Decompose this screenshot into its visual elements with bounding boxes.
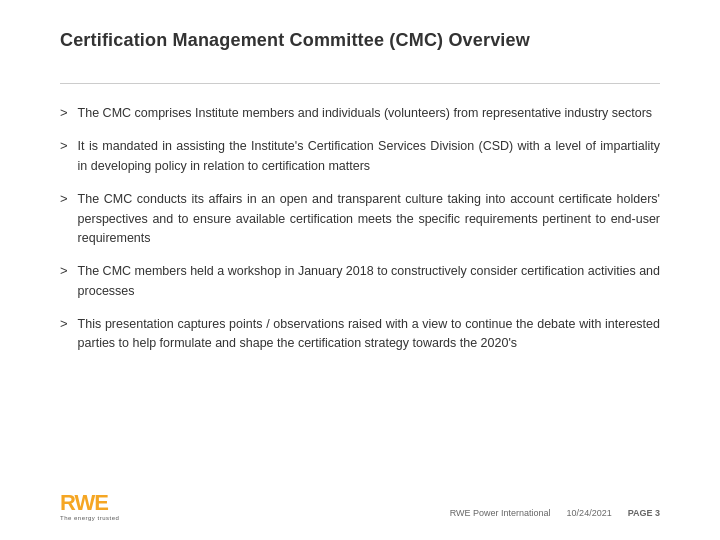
rwe-logo-text: RWE — [60, 492, 108, 514]
footer-company: RWE Power International — [450, 508, 551, 518]
title-section: Certification Management Committee (CMC)… — [60, 30, 660, 61]
bullet-arrow-1: > — [60, 105, 68, 120]
bullet-item-2: > It is mandated in assisting the Instit… — [60, 137, 660, 176]
bullet-item-3: > The CMC conducts its affairs in an ope… — [60, 190, 660, 248]
footer-right: RWE Power International 10/24/2021 PAGE … — [450, 508, 660, 518]
bullet-arrow-3: > — [60, 191, 68, 206]
rwe-logo-subtitle: The energy trusted — [60, 514, 119, 522]
bullet-text-5: This presentation captures points / obse… — [78, 315, 660, 354]
content-section: > The CMC comprises Institute members an… — [60, 104, 660, 520]
title-divider — [60, 83, 660, 84]
bullet-text-4: The CMC members held a workshop in Janua… — [78, 262, 660, 301]
bullet-arrow-5: > — [60, 316, 68, 331]
page-title: Certification Management Committee (CMC)… — [60, 30, 660, 51]
bullet-text-2: It is mandated in assisting the Institut… — [78, 137, 660, 176]
footer-page: PAGE 3 — [628, 508, 660, 518]
rwe-logo: RWE The energy trusted — [60, 492, 119, 522]
bullet-item-4: > The CMC members held a workshop in Jan… — [60, 262, 660, 301]
bullet-text-3: The CMC conducts its affairs in an open … — [78, 190, 660, 248]
footer-logo-section: RWE The energy trusted — [60, 492, 119, 522]
footer-date: 10/24/2021 — [567, 508, 612, 518]
bullet-arrow-4: > — [60, 263, 68, 278]
bullet-item-1: > The CMC comprises Institute members an… — [60, 104, 660, 123]
bullet-text-1: The CMC comprises Institute members and … — [78, 104, 653, 123]
bullet-arrow-2: > — [60, 138, 68, 153]
page-container: Certification Management Committee (CMC)… — [0, 0, 720, 540]
bullet-item-5: > This presentation captures points / ob… — [60, 315, 660, 354]
